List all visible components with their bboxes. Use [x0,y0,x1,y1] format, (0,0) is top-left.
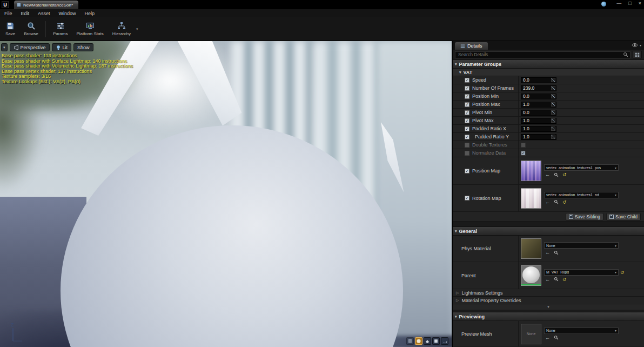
value-ramp-icon[interactable] [551,135,555,139]
section-general[interactable]: ▾ General [453,227,644,236]
platform-stats-button[interactable]: Platform Stats [72,18,108,40]
preview-shape-cylinder-button[interactable] [406,337,414,345]
param-value-input[interactable]: 0.0 [521,110,556,116]
use-selected-asset-button[interactable]: ← [545,172,550,177]
param-value-input[interactable]: 0.0 [521,77,556,83]
phys-material-combo[interactable]: None ▾ [544,242,619,249]
stats-monitor-icon [86,22,95,30]
param-value-input[interactable]: 1.0 [521,126,556,132]
title-bar: U NewMaterialInstanceSon* — □ × [0,0,644,9]
param-value-input[interactable]: 239.0 [521,85,556,91]
save-button[interactable]: Save [1,18,19,40]
param-value-input[interactable]: 0.0 [521,94,556,99]
show-menu-button[interactable]: Show [73,43,93,51]
param-label: Position Max [472,102,500,107]
reset-to-default-button[interactable]: ↺ [562,172,567,177]
status-indicator-icon [601,2,606,6]
param-value-input[interactable]: 1.0 [521,134,556,140]
override-checkbox[interactable]: ✓ [465,86,469,91]
browse-to-asset-button[interactable] [554,172,559,177]
tab-details[interactable]: Details [455,42,488,50]
preview-shape-cube-button[interactable] [432,337,440,345]
expanded-arrow-icon: ▾ [455,229,457,233]
lit-mode-button[interactable]: Lit [52,43,72,51]
section-previewing[interactable]: ▾ Previewing [453,312,644,321]
browse-to-asset-button[interactable] [554,335,559,340]
advanced-expander-button[interactable]: ▼ [453,304,644,310]
param-value: 0.0 [523,110,529,115]
use-selected-asset-button[interactable]: ← [545,199,550,205]
row-lightmass-settings[interactable]: ▷ Lightmass Settings [453,289,644,297]
param-label: Pivot Min [472,110,492,115]
rotation-map-asset-combo[interactable]: vertex_animation_textures1_rot ▾ [544,192,619,198]
menu-help[interactable]: Help [81,11,99,16]
override-checkbox[interactable]: ✓ [465,118,469,123]
value-ramp-icon[interactable] [551,78,555,82]
value-ramp-icon[interactable] [551,94,555,98]
reset-to-default-button[interactable]: ↺ [562,277,567,282]
expand-more-icon: ▼ [547,305,550,309]
params-label: Params [53,31,68,36]
param-row-speed: ✓Speed 0.0 [453,76,644,84]
asset-document-tab[interactable]: NewMaterialInstanceSon* [14,1,78,9]
save-sibling-button[interactable]: Save Sibling [566,213,603,221]
menu-asset[interactable]: Asset [33,11,55,16]
value-ramp-icon[interactable] [551,86,555,90]
browse-to-asset-button[interactable] [554,277,559,282]
override-checkbox[interactable]: ✓ [465,110,469,115]
use-selected-asset-button[interactable]: ← [545,335,550,341]
value-ramp-icon[interactable] [551,118,555,123]
override-checkbox[interactable]: ✓ [465,135,469,139]
phys-material-thumbnail[interactable] [521,238,541,259]
preview-mesh-thumbnail[interactable]: None [521,324,541,344]
value-ramp-icon[interactable] [551,102,555,106]
group-vat[interactable]: ▾ VAT [453,69,644,76]
browse-to-asset-button[interactable] [554,199,559,204]
override-checkbox[interactable]: ✓ [465,196,469,201]
position-map-thumbnail[interactable] [521,161,541,181]
preview-shape-plane-button[interactable] [424,337,431,345]
override-checkbox[interactable]: ✓ [465,78,469,83]
preview-shape-custom-mesh-button[interactable] [441,337,448,345]
viewport-options-button[interactable]: ▾ [1,43,8,51]
use-selected-asset-button[interactable]: ← [545,250,550,255]
hierarchy-caret-icon[interactable]: ▾ [136,27,138,31]
override-checkbox[interactable]: ✓ [465,102,469,107]
hierarchy-button[interactable]: Hierarchy [108,18,135,40]
reset-to-default-button[interactable]: ↺ [562,199,567,205]
param-value-input[interactable]: 1.0 [521,118,556,124]
menu-edit[interactable]: Edit [17,11,34,16]
use-selected-asset-button[interactable]: ← [545,277,550,282]
value-ramp-icon[interactable] [551,126,555,131]
material-preview-viewport[interactable]: ▾ Perspective Lit Show Base pass shader:… [0,41,452,347]
parent-material-combo[interactable]: M_VAT_Rigid ▾ [544,269,619,276]
display-filter-button[interactable] [633,51,642,58]
menu-file[interactable]: File [0,11,17,16]
override-checkbox[interactable]: ✓ [465,126,469,131]
close-button[interactable]: × [639,1,641,6]
expanded-arrow-icon: ▾ [459,70,461,75]
params-button[interactable]: Params [49,18,72,40]
maximize-button[interactable]: □ [628,1,631,6]
browse-to-asset-button[interactable] [554,250,559,255]
preview-mesh-combo[interactable]: None ▾ [544,328,619,334]
perspective-button[interactable]: Perspective [10,43,50,51]
value-ramp-icon[interactable] [551,110,555,115]
param-value-input[interactable]: 1.0 [521,102,556,108]
reset-to-default-button[interactable]: ↺ [620,270,625,275]
override-checkbox[interactable]: ✓ [465,94,469,99]
section-parameter-groups[interactable]: ▾ Parameter Groups [453,60,644,69]
search-input[interactable] [457,51,623,58]
browse-button[interactable]: Browse [19,18,43,40]
search-box[interactable] [455,51,630,58]
minimize-button[interactable]: — [616,1,621,6]
preview-shape-sphere-button[interactable] [415,337,422,345]
rotation-map-thumbnail[interactable] [521,188,541,209]
position-map-asset-combo[interactable]: vertex_animation_textures1_pos ▾ [544,164,619,171]
menu-window[interactable]: Window [55,11,81,16]
parent-material-thumbnail[interactable] [521,265,541,286]
override-checkbox[interactable]: ✓ [465,169,469,174]
view-options-button[interactable]: ▾ [632,43,641,48]
row-material-property-overrides[interactable]: ▷ Material Property Overrides [453,297,644,304]
save-child-button[interactable]: Save Child [606,213,641,221]
